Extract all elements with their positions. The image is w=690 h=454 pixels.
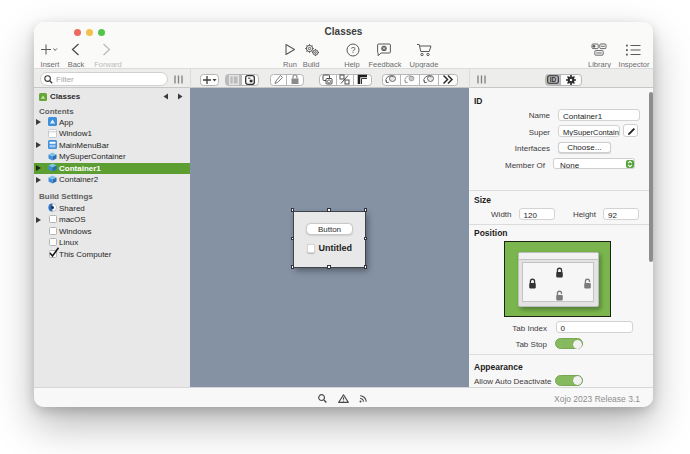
svg-text:ID: ID xyxy=(550,76,557,83)
svg-text:?: ? xyxy=(350,45,355,55)
